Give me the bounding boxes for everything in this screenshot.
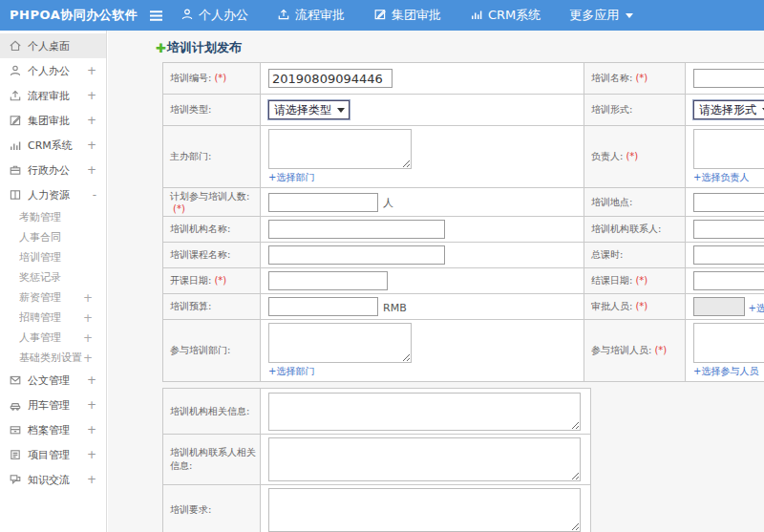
sidebar-subitem-salary[interactable]: 薪资管理 +	[0, 287, 106, 308]
total-hours-input[interactable]	[693, 245, 764, 265]
location-input[interactable]	[693, 193, 764, 212]
join-people-textarea[interactable]	[693, 323, 764, 363]
sidebar: 个人桌面 个人办公 + 流程审批 + 集团审批 + CRM系统 + 行政办公	[0, 31, 107, 532]
sidebar-subitem-personnel[interactable]: 人事管理 +	[0, 328, 106, 348]
training-number-input[interactable]	[268, 69, 393, 88]
nav-flow-approval[interactable]: 流程审批	[277, 7, 345, 24]
select-dept-link[interactable]: +选择部门	[268, 172, 314, 182]
sidebar-subitem-training[interactable]: 培训管理	[0, 247, 106, 267]
field-label-org-contact-info: 培训机构联系人相关信息:	[163, 435, 261, 485]
field-label-location: 培训地点:	[584, 188, 686, 217]
sidebar-item-knowledge[interactable]: 知识交流 +	[0, 467, 106, 492]
sidebar-item-desktop[interactable]: 个人桌面	[0, 33, 106, 58]
caret-down-icon	[626, 13, 633, 18]
training-name-input[interactable]	[693, 69, 764, 88]
training-form-table: 培训编号:(*) 培训名称:(*) 培训类型: 请选择类型 培训形式: 请选择形…	[162, 62, 764, 382]
sidebar-subitem-base-category[interactable]: 基础类别设置 +	[0, 348, 106, 368]
clipboard-icon	[9, 448, 22, 461]
start-date-input[interactable]	[268, 271, 388, 290]
topbar: PHPOA协同办公软件 个人办公 流程审批 集团审批 CRM系统	[0, 0, 764, 31]
select-leader-link[interactable]: +选择负责人	[693, 172, 749, 182]
home-icon	[9, 39, 22, 53]
sidebar-subitem-recruit[interactable]: 招聘管理 +	[0, 308, 106, 328]
sidebar-item-projects[interactable]: 项目管理 +	[0, 442, 106, 467]
planned-count-input[interactable]	[268, 193, 378, 212]
field-label-end-date: 结课日期:(*)	[584, 268, 686, 294]
field-label-total-hours: 总课时:	[584, 243, 686, 268]
bar-chart-icon	[470, 8, 483, 24]
green-plus-icon: ✚	[156, 41, 166, 55]
chat-icon	[9, 473, 22, 486]
sidebar-item-flow-approval[interactable]: 流程审批 +	[0, 83, 106, 108]
field-label-join-people: 参与培训人员:(*)	[584, 320, 686, 382]
field-label-course-name: 培训课程名称:	[163, 243, 261, 268]
field-label-leader: 负责人:(*)	[584, 126, 686, 188]
mail-icon	[9, 373, 22, 387]
course-name-input[interactable]	[268, 245, 445, 265]
field-label-planned-count: 计划参与培训人数:(*)	[163, 188, 261, 217]
bar-chart-icon	[9, 138, 22, 152]
edit-square-icon	[9, 114, 22, 127]
hamburger-menu-icon[interactable]	[149, 10, 163, 22]
archive-icon	[9, 423, 22, 436]
field-label-requirements: 培训要求:	[163, 485, 261, 532]
app-brand: PHPOA协同办公软件	[0, 7, 141, 24]
field-label-budget: 培训预算:	[163, 294, 261, 320]
flow-icon	[9, 89, 22, 102]
field-label-start-date: 开课日期:(*)	[163, 268, 261, 294]
nav-group-approval[interactable]: 集团审批	[373, 7, 441, 24]
field-label-org-info: 培训机构相关信息:	[163, 389, 261, 435]
field-label-type: 培训类型:	[163, 95, 261, 126]
flow-icon	[277, 8, 290, 24]
sidebar-item-documents[interactable]: 公文管理 +	[0, 368, 106, 393]
select-approver-link[interactable]: +选择审批人员	[749, 303, 764, 313]
nav-more-apps[interactable]: 更多应用	[569, 7, 633, 24]
org-contact-input[interactable]	[693, 220, 764, 239]
field-label-number: 培训编号:(*)	[163, 63, 261, 95]
sidebar-item-personal-office[interactable]: 个人办公 +	[0, 58, 106, 83]
sidebar-item-group-approval[interactable]: 集团审批 +	[0, 108, 106, 133]
org-contact-info-textarea[interactable]	[268, 437, 581, 481]
sidebar-subitem-hr-contract[interactable]: 人事合同	[0, 227, 106, 247]
sidebar-subitem-rewards[interactable]: 奖惩记录	[0, 267, 106, 287]
org-info-textarea[interactable]	[268, 393, 581, 431]
host-dept-textarea[interactable]	[268, 129, 412, 169]
book-icon	[9, 188, 22, 202]
approver-input[interactable]	[693, 297, 745, 316]
field-label-mode: 培训形式:	[584, 95, 686, 126]
top-navigation: 个人办公 流程审批 集团审批 CRM系统 更多应用	[180, 7, 662, 24]
sidebar-item-vehicle[interactable]: 用车管理 +	[0, 393, 106, 417]
user-icon	[180, 8, 194, 24]
nav-personal-office[interactable]: 个人办公	[180, 7, 248, 24]
join-depts-textarea[interactable]	[268, 323, 412, 363]
edit-square-icon	[373, 8, 387, 24]
field-label-org-contact: 培训机构联系人:	[584, 217, 686, 243]
field-label-join-depts: 参与培训部门:	[163, 320, 261, 382]
training-mode-select[interactable]: 请选择形式	[693, 100, 764, 119]
page-title: ✚ 培训计划发布	[156, 39, 764, 56]
field-label-name: 培训名称:(*)	[584, 63, 686, 95]
caret-down-icon	[337, 108, 345, 113]
leader-textarea[interactable]	[693, 129, 764, 169]
sidebar-subitem-attendance[interactable]: 考勤管理	[0, 207, 106, 227]
sidebar-item-admin-office[interactable]: 行政办公 +	[0, 158, 106, 182]
select-join-dept-link[interactable]: +选择部门	[268, 366, 314, 376]
field-label-host-dept: 主办部门:	[163, 126, 261, 188]
main-content: ✚ 培训计划发布 培训编号:(*) 培训名称:(*) 培训类型: 请选择类型 培…	[108, 31, 764, 532]
user-icon	[9, 64, 22, 77]
requirements-textarea[interactable]	[268, 488, 581, 532]
field-label-approver: 审批人员:(*)	[584, 294, 686, 320]
briefcase-icon	[9, 163, 22, 177]
sidebar-item-hr[interactable]: 人力资源 -	[0, 182, 106, 207]
field-label-org-name: 培训机构名称:	[163, 217, 261, 243]
end-date-input[interactable]	[693, 271, 764, 290]
car-icon	[9, 398, 22, 412]
training-form-table-bottom: 培训机构相关信息: 培训机构联系人相关信息: 培训要求: 附件文档: +附件上传	[162, 388, 591, 532]
select-join-people-link[interactable]: +选择参与人员	[693, 366, 758, 376]
budget-input[interactable]	[268, 297, 378, 316]
org-name-input[interactable]	[268, 220, 445, 239]
training-type-select[interactable]: 请选择类型	[268, 100, 350, 119]
sidebar-item-archives[interactable]: 档案管理 +	[0, 417, 106, 442]
sidebar-item-crm[interactable]: CRM系统 +	[0, 133, 106, 158]
nav-crm[interactable]: CRM系统	[470, 7, 541, 24]
